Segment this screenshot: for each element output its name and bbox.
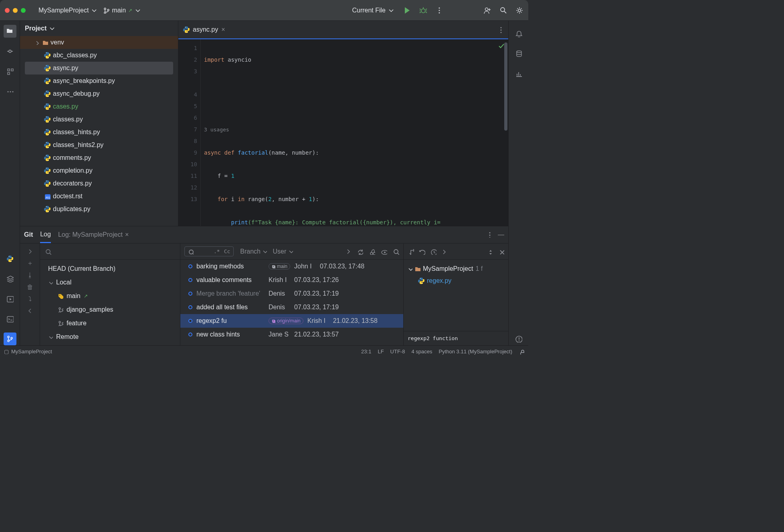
minimize-window[interactable] xyxy=(13,8,18,13)
branch-row[interactable]: feature xyxy=(40,316,180,330)
checkout-button[interactable]: ⭳ xyxy=(26,272,34,279)
code-with-me-button[interactable] xyxy=(483,6,491,14)
log-search-box[interactable]: .* Cc xyxy=(184,246,234,256)
debug-button[interactable] xyxy=(419,6,427,14)
settings-button[interactable] xyxy=(515,6,523,14)
branch-row[interactable]: django_samples xyxy=(40,303,180,316)
line-separator[interactable]: LF xyxy=(378,349,384,355)
commit-row[interactable]: valuable commentsKrish I07.03.23, 17:26 xyxy=(180,273,403,287)
tree-file[interactable]: async_debug.py xyxy=(20,87,178,100)
fetch-button[interactable]: ⤵ xyxy=(26,296,34,303)
inspection-ok-icon[interactable] xyxy=(498,42,504,49)
vcs-branch-widget[interactable]: main ↗ xyxy=(103,7,140,14)
next-diff-button[interactable] xyxy=(441,249,447,254)
tree-file[interactable]: doctest.rst xyxy=(20,190,178,203)
sciview-tool-button[interactable] xyxy=(512,67,525,80)
terminal-tool-button[interactable] xyxy=(4,312,16,325)
tree-file[interactable]: async_breakpoints.py xyxy=(20,75,178,87)
tree-file[interactable]: classes_hints2.py xyxy=(20,139,178,151)
editor-tab[interactable]: async.py × xyxy=(178,21,230,38)
revert-button[interactable] xyxy=(419,248,425,255)
tree-file[interactable]: abc_classes.py xyxy=(20,49,178,62)
commit-row[interactable]: new class hintsJane S21.02.23, 13:57 xyxy=(180,328,403,341)
branch-filter[interactable]: Branch xyxy=(240,248,267,255)
tree-file[interactable]: completion.py xyxy=(20,164,178,177)
branch-row[interactable]: main↗ xyxy=(40,289,180,303)
editor-scrollbar[interactable] xyxy=(504,42,507,131)
user-filter[interactable]: User xyxy=(273,248,293,255)
expand-collapse-button[interactable] xyxy=(488,249,494,254)
log-search-button[interactable] xyxy=(393,248,399,255)
match-case-toggle[interactable]: Cc xyxy=(224,248,230,254)
python-console-tool-button[interactable] xyxy=(4,252,16,265)
services-tool-button[interactable] xyxy=(4,292,16,305)
close-detail-button[interactable] xyxy=(499,249,504,254)
preview-diff-button[interactable] xyxy=(381,248,387,255)
tree-file[interactable]: classes_hints.py xyxy=(20,126,178,139)
git-tab-log-project[interactable]: Log: MySampleProject× xyxy=(58,226,129,243)
commit-tool-button[interactable] xyxy=(4,45,16,58)
history-button[interactable] xyxy=(430,248,436,255)
go-to-hash-button[interactable] xyxy=(346,248,351,255)
changed-file-row[interactable]: regex.py xyxy=(408,275,504,287)
problems-button[interactable] xyxy=(512,332,525,345)
caret-position[interactable]: 23:1 xyxy=(361,349,371,355)
changed-files-root[interactable]: MySampleProject 1 f xyxy=(408,263,504,275)
commits-list[interactable]: barking methodsmainJohn I07.03.23, 17:48… xyxy=(180,260,403,345)
refresh-log-button[interactable] xyxy=(357,248,363,255)
project-tool-button[interactable] xyxy=(4,25,16,38)
more-tool-windows[interactable] xyxy=(4,85,16,98)
cherry-pick-button[interactable] xyxy=(369,248,375,255)
git-tab-git[interactable]: Git xyxy=(24,226,33,243)
tree-file[interactable]: async.py xyxy=(25,62,173,75)
close-tab-button[interactable]: × xyxy=(125,231,129,238)
local-branches-header[interactable]: Local xyxy=(40,276,180,289)
commit-row[interactable]: added all test filesDenis07.03.23, 17:19 xyxy=(180,300,403,314)
new-branch-button[interactable]: ＋ xyxy=(26,260,34,267)
tree-file[interactable]: comments.py xyxy=(20,151,178,164)
branch-search[interactable] xyxy=(40,244,180,260)
read-only-toggle[interactable] xyxy=(519,349,524,355)
file-encoding[interactable]: UTF-8 xyxy=(390,349,405,355)
run-config-selector[interactable]: Current File xyxy=(349,5,397,16)
regex-toggle[interactable]: .* xyxy=(214,248,220,254)
usages-hint[interactable]: 3 usages xyxy=(204,124,508,135)
project-panel-header[interactable]: Project xyxy=(20,21,178,36)
notifications-button[interactable] xyxy=(512,27,525,40)
collapse-branches-button[interactable] xyxy=(26,308,34,315)
more-run-actions[interactable] xyxy=(435,6,443,14)
close-tab-button[interactable]: × xyxy=(221,26,225,33)
close-window[interactable] xyxy=(5,8,10,13)
delete-branch-button[interactable]: 🗑 xyxy=(26,284,34,291)
git-tab-log[interactable]: Log xyxy=(40,226,51,243)
tree-file[interactable]: decorators.py xyxy=(20,177,178,190)
commit-row[interactable]: barking methodsmainJohn I07.03.23, 17:48 xyxy=(180,260,403,273)
tree-file[interactable]: duplicates.py xyxy=(20,203,178,216)
python-packages-tool-button[interactable] xyxy=(4,272,16,285)
status-project[interactable]: ▢ MySampleProject xyxy=(4,349,52,355)
tree-file[interactable]: classes.py xyxy=(20,113,178,126)
git-tool-button[interactable] xyxy=(4,332,16,345)
editor-tab-menu[interactable] xyxy=(497,26,504,33)
structure-tool-button[interactable] xyxy=(4,65,16,78)
interpreter-widget[interactable]: Python 3.11 (MySampleProject) xyxy=(438,349,512,355)
remote-branches-header[interactable]: Remote xyxy=(40,330,180,344)
project-tree[interactable]: venvabc_classes.pyasync.pyasync_breakpoi… xyxy=(20,36,178,226)
tree-folder-venv[interactable]: venv xyxy=(20,36,178,49)
indent-settings[interactable]: 4 spaces xyxy=(411,349,432,355)
git-panel-options[interactable] xyxy=(486,231,492,238)
search-everywhere-button[interactable] xyxy=(499,6,507,14)
project-selector[interactable]: MySampleProject xyxy=(35,5,100,16)
expand-branches-button[interactable] xyxy=(26,248,34,255)
hide-panel-button[interactable]: — xyxy=(498,231,504,238)
compare-button[interactable] xyxy=(408,248,414,255)
zoom-window[interactable] xyxy=(21,8,26,13)
commit-row[interactable]: regexp2 fuorigin/mainKrish I21.02.23, 13… xyxy=(180,314,403,328)
tree-file[interactable]: cases.py xyxy=(20,100,178,113)
run-button[interactable] xyxy=(403,6,411,14)
code-area[interactable]: 12345678910111213 import asyncio 3 usage… xyxy=(178,39,508,226)
code-content[interactable]: import asyncio 3 usages async def factor… xyxy=(201,39,508,226)
database-tool-button[interactable] xyxy=(512,47,525,60)
head-branch-row[interactable]: HEAD (Current Branch) xyxy=(40,262,180,276)
commit-row[interactable]: Merge branch 'feature'Denis07.03.23, 17:… xyxy=(180,287,403,300)
